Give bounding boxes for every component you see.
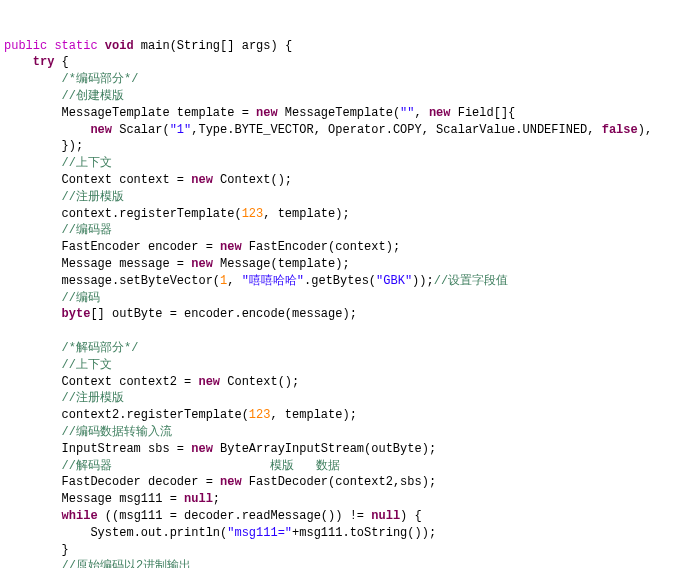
kw-try: try <box>33 55 55 69</box>
code: , <box>227 274 241 288</box>
code: +msg111.toString()); <box>292 526 436 540</box>
comment: /*编码部分*/ <box>62 72 139 86</box>
kw-false: false <box>602 123 638 137</box>
code: MessageTemplate template = <box>62 106 256 120</box>
code: }); <box>62 139 84 153</box>
code: Context(); <box>213 173 292 187</box>
number: 123 <box>242 207 264 221</box>
comment: //注册模版 <box>62 190 124 204</box>
kw-null: null <box>184 492 213 506</box>
code: Message(template); <box>213 257 350 271</box>
kw-new: new <box>90 123 112 137</box>
kw-new: new <box>220 240 242 254</box>
code: FastEncoder encoder = <box>62 240 220 254</box>
code: message.setByteVector( <box>62 274 220 288</box>
code: [] outByte = encoder.encode(message); <box>90 307 356 321</box>
kw-new: new <box>191 442 213 456</box>
brace: } <box>62 543 69 557</box>
comment: //解码器 <box>62 459 112 473</box>
comment: //编码数据转输入流 <box>62 425 172 439</box>
string: "1" <box>170 123 192 137</box>
comment: //编码器 <box>62 223 112 237</box>
code: FastEncoder(context); <box>242 240 400 254</box>
code: context2.registerTemplate( <box>62 408 249 422</box>
string: "msg111=" <box>227 526 292 540</box>
comment: //创建模版 <box>62 89 124 103</box>
kw-byte: byte <box>62 307 91 321</box>
comment: //上下文 <box>62 358 112 372</box>
code: ,Type.BYTE_VECTOR, Operator.COPY, Scalar… <box>191 123 601 137</box>
comment: //设置字段值 <box>434 274 508 288</box>
kw-new: new <box>429 106 451 120</box>
kw-new: new <box>191 173 213 187</box>
number: 123 <box>249 408 271 422</box>
code: Scalar( <box>112 123 170 137</box>
code: Context context2 = <box>62 375 199 389</box>
code: FastDecoder(context2,sbs); <box>242 475 436 489</box>
string: "" <box>400 106 414 120</box>
kw-public: public <box>4 39 47 53</box>
comment: //编码 <box>62 291 100 305</box>
code: Context context = <box>62 173 192 187</box>
comment: //注册模版 <box>62 391 124 405</box>
code-block: public static void main(String[] args) {… <box>4 38 688 568</box>
code: ) { <box>400 509 422 523</box>
kw-static: static <box>54 39 97 53</box>
code: , template); <box>263 207 349 221</box>
kw-new: new <box>256 106 278 120</box>
code: .getBytes( <box>304 274 376 288</box>
code: , <box>414 106 428 120</box>
code: Message msg111 = <box>62 492 184 506</box>
kw-new: new <box>220 475 242 489</box>
sig: main(String[] args) { <box>134 39 292 53</box>
kw-null: null <box>371 509 400 523</box>
comment: //原始编码以2进制输出 <box>62 559 192 568</box>
code: System.out.println( <box>90 526 227 540</box>
comment: 数据 <box>316 459 340 473</box>
code: Message message = <box>62 257 192 271</box>
kw-new: new <box>198 375 220 389</box>
comment: 模版 <box>270 459 294 473</box>
code: InputStream sbs = <box>62 442 192 456</box>
code: )); <box>412 274 434 288</box>
code: FastDecoder decoder = <box>62 475 220 489</box>
code: ((msg111 = decoder.readMessage()) != <box>98 509 372 523</box>
code: context.registerTemplate( <box>62 207 242 221</box>
code: , template); <box>270 408 356 422</box>
code: Context(); <box>220 375 299 389</box>
kw-while: while <box>62 509 98 523</box>
comment: //上下文 <box>62 156 112 170</box>
code: MessageTemplate( <box>278 106 400 120</box>
brace: { <box>54 55 68 69</box>
kw-void: void <box>105 39 134 53</box>
comment: /*解码部分*/ <box>62 341 139 355</box>
string: "GBK" <box>376 274 412 288</box>
code: ), <box>638 123 652 137</box>
code: ; <box>213 492 220 506</box>
code: ByteArrayInputStream(outByte); <box>213 442 436 456</box>
code: Field[]{ <box>451 106 516 120</box>
string: "嘻嘻哈哈" <box>242 274 304 288</box>
kw-new: new <box>191 257 213 271</box>
